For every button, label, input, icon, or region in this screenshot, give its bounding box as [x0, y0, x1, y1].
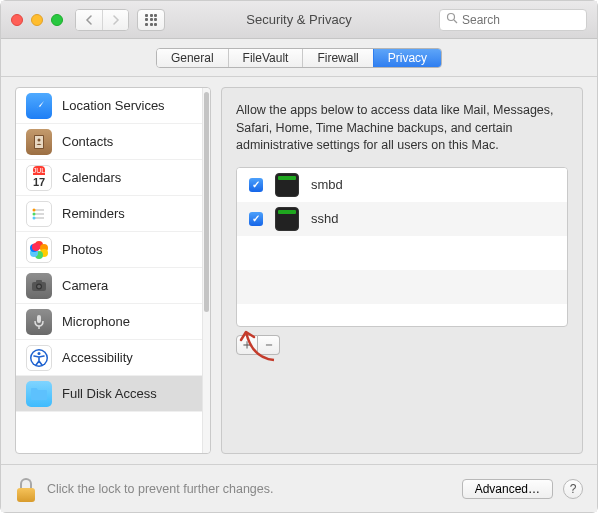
add-remove-segment: ＋ －: [236, 335, 280, 355]
sidebar-frame: Location Services Contacts JUL 17 Calend…: [15, 87, 211, 454]
lock-text: Click the lock to prevent further change…: [47, 482, 452, 496]
camera-icon: [26, 273, 52, 299]
search-input[interactable]: [462, 13, 580, 27]
app-list: ✓ smbd ✓ sshd: [236, 167, 568, 327]
folder-icon: [26, 381, 52, 407]
svg-point-8: [33, 208, 36, 211]
checkbox[interactable]: ✓: [249, 178, 263, 192]
sidebar-item-label: Microphone: [62, 314, 130, 329]
sidebar-item-location-services[interactable]: Location Services: [16, 88, 202, 124]
zoom-button[interactable]: [51, 14, 63, 26]
sidebar-item-label: Calendars: [62, 170, 121, 185]
tab-filevault[interactable]: FileVault: [228, 49, 303, 67]
content-area: Location Services Contacts JUL 17 Calend…: [1, 77, 597, 464]
sidebar-item-label: Contacts: [62, 134, 113, 149]
app-row[interactable]: ✓ smbd: [237, 168, 567, 202]
svg-point-10: [33, 216, 36, 219]
minimize-button[interactable]: [31, 14, 43, 26]
svg-rect-3: [35, 136, 43, 148]
back-button[interactable]: [76, 10, 102, 30]
svg-point-13: [37, 284, 41, 288]
checkbox[interactable]: ✓: [249, 212, 263, 226]
advanced-button[interactable]: Advanced…: [462, 479, 553, 499]
svg-rect-15: [37, 315, 41, 323]
list-item: [237, 236, 567, 270]
app-name: sshd: [311, 211, 338, 226]
reminders-icon: [26, 201, 52, 227]
privacy-category-list[interactable]: Location Services Contacts JUL 17 Calend…: [16, 88, 202, 453]
app-row[interactable]: ✓ sshd: [237, 202, 567, 236]
sidebar-item-label: Location Services: [62, 98, 165, 113]
svg-line-1: [454, 20, 457, 23]
location-icon: [26, 93, 52, 119]
sidebar-item-label: Reminders: [62, 206, 125, 221]
sidebar-item-label: Accessibility: [62, 350, 133, 365]
sidebar-item-full-disk-access[interactable]: Full Disk Access: [16, 376, 202, 412]
search-icon: [446, 12, 458, 27]
sidebar-scrollbar[interactable]: [202, 88, 210, 453]
svg-point-4: [38, 138, 41, 141]
sidebar-item-calendars[interactable]: JUL 17 Calendars: [16, 160, 202, 196]
microphone-icon: [26, 309, 52, 335]
svg-rect-14: [36, 280, 42, 283]
help-button[interactable]: ?: [563, 479, 583, 499]
tabs: General FileVault Firewall Privacy: [156, 48, 442, 68]
remove-button[interactable]: －: [258, 335, 280, 355]
accessibility-icon: [26, 345, 52, 371]
tab-privacy[interactable]: Privacy: [373, 49, 441, 67]
terminal-icon: [275, 173, 299, 197]
calendar-icon: JUL 17: [26, 165, 52, 191]
scrollbar-thumb[interactable]: [204, 92, 209, 312]
sidebar-item-label: Camera: [62, 278, 108, 293]
app-name: smbd: [311, 177, 343, 192]
search-field-wrap[interactable]: [439, 9, 587, 31]
nav-segment: [75, 9, 129, 31]
lock-icon[interactable]: [15, 476, 37, 502]
close-button[interactable]: [11, 14, 23, 26]
svg-point-0: [448, 14, 455, 21]
sidebar-item-label: Full Disk Access: [62, 386, 157, 401]
footer: Click the lock to prevent further change…: [1, 464, 597, 512]
add-button[interactable]: ＋: [236, 335, 258, 355]
tabs-row: General FileVault Firewall Privacy: [1, 39, 597, 77]
sidebar-item-accessibility[interactable]: Accessibility: [16, 340, 202, 376]
show-all-button[interactable]: [137, 9, 165, 31]
list-item: [237, 270, 567, 304]
sidebar-item-contacts[interactable]: Contacts: [16, 124, 202, 160]
sidebar-item-camera[interactable]: Camera: [16, 268, 202, 304]
sidebar-item-label: Photos: [62, 242, 102, 257]
forward-button[interactable]: [102, 10, 128, 30]
pane-description: Allow the apps below to access data like…: [236, 102, 568, 155]
photos-icon: [26, 237, 52, 263]
sidebar-item-microphone[interactable]: Microphone: [16, 304, 202, 340]
tab-general[interactable]: General: [157, 49, 228, 67]
titlebar: Security & Privacy: [1, 1, 597, 39]
tab-firewall[interactable]: Firewall: [302, 49, 372, 67]
preferences-window: Security & Privacy General FileVault Fir…: [0, 0, 598, 513]
sidebar-item-photos[interactable]: Photos: [16, 232, 202, 268]
svg-point-19: [38, 352, 41, 355]
contacts-icon: [26, 129, 52, 155]
grid-icon: [145, 14, 157, 26]
detail-pane: Allow the apps below to access data like…: [221, 87, 583, 454]
traffic-lights: [11, 14, 63, 26]
svg-point-9: [33, 212, 36, 215]
sidebar-item-reminders[interactable]: Reminders: [16, 196, 202, 232]
terminal-icon: [275, 207, 299, 231]
